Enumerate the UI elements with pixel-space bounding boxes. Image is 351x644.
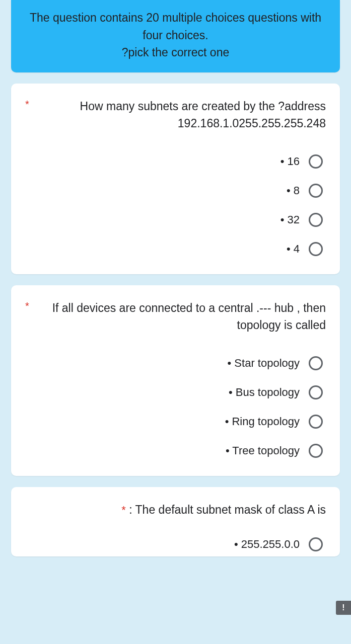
radio-icon[interactable]	[309, 184, 323, 198]
form-description-line2: ?pick the correct one	[26, 44, 325, 61]
radio-icon[interactable]	[309, 356, 323, 370]
exclamation-icon: !	[342, 603, 344, 612]
options-group: • 16 • 8 • 32 • 4	[25, 154, 326, 256]
required-mark: *	[25, 300, 29, 312]
options-group: • Star topology • Bus topology • Ring to…	[25, 356, 326, 458]
question-card: * If all devices are connected to a cent…	[11, 285, 340, 476]
radio-icon[interactable]	[309, 415, 323, 429]
option-label: • 8	[287, 184, 300, 197]
question-header: * How many subnets are created by the ?a…	[25, 98, 326, 132]
option-label: • 16	[280, 155, 300, 168]
option-item[interactable]: • 8	[287, 184, 323, 198]
form-description-line1: The question contains 20 multiple choice…	[26, 9, 325, 44]
option-item[interactable]: • Star topology	[228, 356, 323, 370]
question-card: * How many subnets are created by the ?a…	[11, 84, 340, 274]
option-item[interactable]: • 255.255.0.0	[234, 537, 323, 551]
option-label: • Tree topology	[226, 444, 300, 457]
option-label: • 4	[287, 243, 300, 256]
option-label: • Bus topology	[229, 386, 300, 399]
question-text: How many subnets are created by the ?add…	[38, 98, 326, 132]
question-text: : The default subnet mask of class A is	[126, 503, 326, 516]
option-label: • 255.255.0.0	[234, 538, 300, 551]
option-label: • Ring topology	[225, 415, 300, 428]
options-group: • 255.255.0.0	[25, 537, 326, 551]
radio-icon[interactable]	[309, 213, 323, 227]
required-mark: *	[25, 99, 29, 110]
option-label: • Star topology	[228, 357, 300, 370]
required-mark: *	[121, 504, 126, 516]
alert-badge[interactable]: !	[336, 601, 351, 615]
radio-icon[interactable]	[309, 242, 323, 256]
form-body: * How many subnets are created by the ?a…	[0, 84, 351, 557]
radio-icon[interactable]	[309, 537, 323, 551]
option-item[interactable]: • 4	[287, 242, 323, 256]
option-item[interactable]: • Bus topology	[229, 385, 323, 399]
radio-icon[interactable]	[309, 154, 323, 169]
option-item[interactable]: • 16	[280, 154, 323, 169]
question-card: * : The default subnet mask of class A i…	[11, 487, 340, 557]
question-header: * : The default subnet mask of class A i…	[25, 501, 326, 519]
radio-icon[interactable]	[309, 385, 323, 399]
option-item[interactable]: • Tree topology	[226, 444, 323, 458]
question-header: * If all devices are connected to a cent…	[25, 299, 326, 334]
option-label: • 32	[280, 213, 300, 226]
option-item[interactable]: • 32	[280, 213, 323, 227]
question-text: If all devices are connected to a centra…	[38, 299, 326, 334]
radio-icon[interactable]	[309, 444, 323, 458]
option-item[interactable]: • Ring topology	[225, 415, 323, 429]
form-description-card: The question contains 20 multiple choice…	[11, 0, 340, 72]
